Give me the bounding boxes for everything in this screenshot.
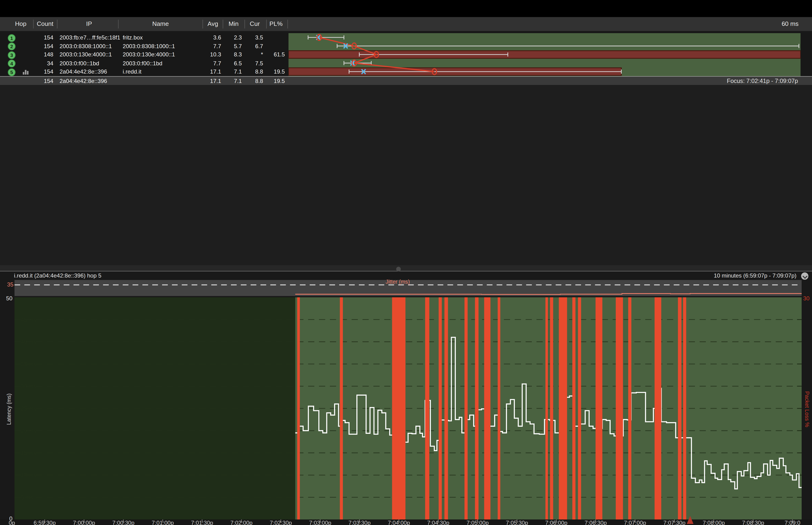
column-header-ip[interactable]: IP [86, 20, 92, 28]
column-header-pl[interactable]: PL% [270, 20, 282, 28]
table-row[interactable]: 31482003:0:130e:4000::12003:0:130e:4000:… [0, 50, 289, 59]
summary-cell-cur: 8.8 [240, 78, 263, 84]
cell-ip: 2003:0:130e:4000::1 [59, 51, 121, 57]
time-axis-label: 7:09:0 [784, 520, 800, 525]
gridline-label: 45 ms [21, 317, 36, 323]
cell-avg: 7.7 [197, 60, 221, 66]
column-separator [287, 20, 288, 28]
summary-row[interactable]: 1542a04:4e42:8e::39617.17.18.819.5 Focus… [0, 76, 812, 85]
trace-table-body: 11542003:fb:e7…ff:fe5c:18f1fritz.box3.62… [0, 31, 812, 76]
packet-loss-bar [340, 297, 343, 520]
column-header-name[interactable]: Name [152, 20, 169, 28]
time-axis-label: 7:04:00p [388, 520, 410, 525]
hop-number-badge: 1 [8, 34, 16, 42]
table-row[interactable]: 51542a04:4e42:8e::396i.redd.it17.17.18.8… [0, 68, 289, 76]
cell-cur: 6.7 [240, 43, 263, 49]
cell-count: 154 [31, 43, 53, 49]
table-row[interactable]: 21542003:0:8308:1000::12003:0:8308:1000:… [0, 42, 289, 50]
cell-pl: 61.5 [261, 51, 285, 57]
cell-cur: * [240, 51, 263, 57]
gridline-label: 25 ms [21, 405, 36, 412]
focus-range-label: Focus: 7:02:41p - 7:09:07p [727, 78, 798, 84]
time-axis-label: 7:01:30p [191, 520, 213, 525]
time-axis-label: 7:03:00p [309, 520, 331, 525]
column-header-hop[interactable]: Hop [15, 20, 27, 28]
cell-count: 154 [31, 34, 53, 40]
cell-ip: 2003:0:f00::1bd [59, 60, 121, 66]
time-axis-label: 7:07:30p [663, 520, 685, 525]
time-axis-label: 7:08:00p [703, 520, 725, 525]
time-axis-label: 7:03:30p [349, 520, 370, 525]
column-separator [33, 20, 34, 28]
loss-axis-top-label: 30 [803, 295, 810, 301]
hop-number-badge: 3 [8, 51, 16, 59]
cell-name: i.redd.it [123, 69, 200, 75]
gridline-label: 5 ms [21, 494, 33, 500]
packet-loss-bar [578, 297, 581, 520]
cell-min: 8.3 [219, 51, 242, 57]
cell-ip: 2a04:4e42:8e::396 [59, 69, 121, 75]
cell-min: 6.5 [219, 60, 242, 66]
column-separator [118, 20, 119, 28]
time-axis-label: 7:04:30p [427, 520, 449, 525]
panel-splitter[interactable] [0, 265, 812, 271]
gridline-label: 15 ms [21, 450, 36, 456]
latency-axis-bottom-label: 0 [9, 515, 12, 522]
packet-loss-bar [464, 297, 468, 520]
bar-chart-icon [23, 70, 28, 74]
cell-name: 2003:0:8308:1000::1 [123, 43, 200, 49]
gridline-label: 40 ms [21, 339, 36, 345]
cell-pl: 19.5 [261, 69, 285, 75]
cell-min: 7.1 [219, 69, 242, 75]
table-row[interactable]: 11542003:fb:e7…ff:fe5c:18f1fritz.box3.62… [0, 33, 289, 42]
latency-timeline-chart[interactable]: Jitter (ms)45 ms40 ms35 ms30 ms25 ms20 m… [0, 271, 812, 525]
column-header-count[interactable]: Count [37, 20, 53, 28]
summary-cell-avg: 17.1 [197, 78, 221, 84]
jitter-axis-max-label: 35 [7, 281, 13, 287]
timeline-title: i.redd.it (2a04:4e42:8e::396) hop 5 [14, 272, 102, 279]
time-axis-label: 7:06:30p [585, 520, 607, 525]
packet-loss-bar [559, 297, 567, 520]
table-row[interactable]: 4342003:0:f00::1bd2003:0:f00::1bd7.76.57… [0, 59, 289, 67]
hop-latency-minigraph[interactable] [289, 33, 801, 76]
column-header-min[interactable]: Min [229, 20, 239, 28]
pingplotter-window: Hop Count IP Name Avg Min Cur PL% 60 ms … [0, 0, 812, 525]
packet-loss-bar [425, 297, 429, 520]
timeline-range-selector[interactable]: 10 minutes (6:59:07p - 7:09:07p) [714, 272, 796, 279]
cell-count: 154 [31, 69, 53, 75]
summary-cell-count: 154 [31, 78, 53, 84]
column-separator [202, 20, 203, 28]
column-separator [244, 20, 245, 28]
cell-avg: 7.7 [197, 43, 221, 49]
packet-loss-bar [392, 297, 405, 520]
cell-count: 148 [31, 51, 53, 57]
gridline-label: 35 ms [21, 361, 36, 367]
cell-min: 5.7 [219, 43, 242, 49]
summary-cell-min: 7.1 [219, 78, 242, 84]
cell-avg: 10.3 [197, 51, 221, 57]
latency-axis-title: Latency (ms) [6, 391, 12, 427]
latency-axis-top-label: 50 [6, 295, 13, 301]
packet-loss-bar [678, 297, 681, 520]
summary-cell-ip: 2a04:4e42:8e::396 [59, 78, 121, 84]
packet-loss-bar [545, 297, 548, 520]
hop-number-badge: 4 [8, 59, 16, 67]
loss-axis-title: Packet Loss % [804, 387, 810, 432]
chevron-down-icon[interactable] [801, 272, 809, 280]
packet-loss-bar [596, 297, 602, 520]
summary-cell-pl: 19.5 [261, 78, 285, 84]
packet-loss-bar [628, 297, 631, 520]
gridline-label: 30 ms [21, 383, 36, 389]
cell-cur: 3.5 [240, 34, 263, 40]
plot-unfocused-region [15, 297, 295, 520]
time-axis-label: 7:00:30p [112, 520, 134, 525]
time-axis-label: 7:00:00p [73, 520, 95, 525]
trace-table-header: Hop Count IP Name Avg Min Cur PL% 60 ms [0, 17, 812, 31]
gridline-label: 20 ms [21, 427, 36, 434]
packet-loss-bar [297, 297, 300, 520]
column-header-cur[interactable]: Cur [250, 20, 260, 28]
packet-loss-bar [655, 297, 661, 520]
column-header-avg[interactable]: Avg [208, 20, 218, 28]
splitter-drag-handle-icon[interactable] [396, 267, 401, 271]
cell-min: 2.3 [219, 34, 242, 40]
